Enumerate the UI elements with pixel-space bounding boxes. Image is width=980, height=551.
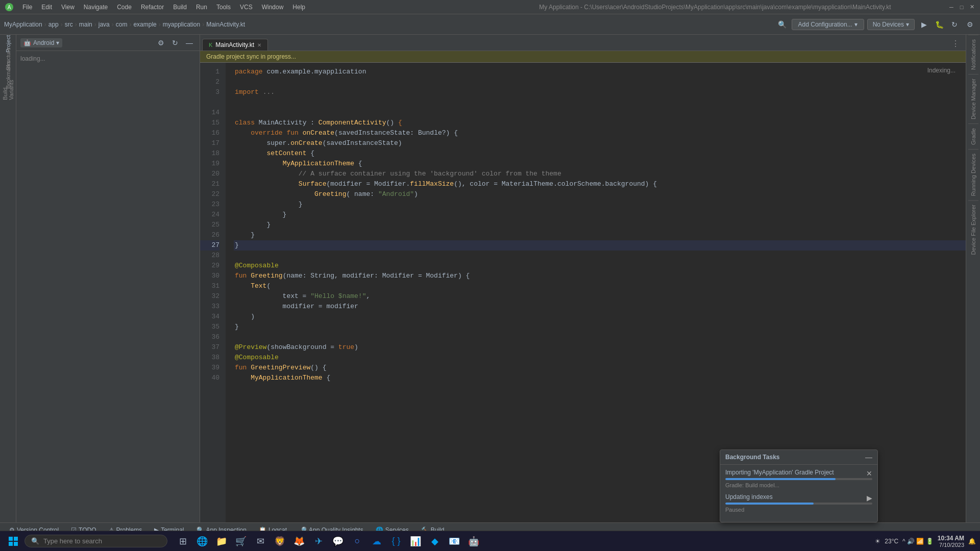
breadcrumb-app[interactable]: app	[48, 21, 59, 28]
right-tab-device-manager[interactable]: Device Manager	[968, 74, 978, 123]
project-loading-text: loading...	[20, 55, 45, 62]
no-devices-button[interactable]: No Devices ▾	[867, 19, 915, 30]
bg-tasks-minimize-button[interactable]: —	[865, 453, 872, 461]
right-tab-device-file-explorer[interactable]: Device File Explorer	[968, 200, 978, 259]
taskbar-task-view[interactable]: ⊞	[174, 532, 192, 550]
breadcrumb-src[interactable]: src	[65, 21, 73, 28]
bg-task-updating-indexes: Updating indexes ▶ Paused	[725, 493, 872, 513]
taskbar: 🔍 Type here to search ⊞ 🌐 📁 🛒 ✉ 🦁 🦊 ✈ 💬 …	[0, 531, 980, 551]
code-line-25: }	[234, 220, 966, 230]
taskbar-brave[interactable]: 🦁	[271, 532, 289, 550]
taskbar-mail[interactable]: ✉	[251, 532, 270, 550]
menu-window[interactable]: Window	[258, 3, 288, 12]
code-line-34: )	[234, 312, 966, 322]
taskbar-firefox[interactable]: 🦊	[290, 532, 308, 550]
breadcrumb-myapplication[interactable]: MyApplication	[4, 21, 42, 28]
taskbar-store[interactable]: 🛒	[232, 532, 250, 550]
menu-code[interactable]: Code	[113, 3, 136, 12]
taskbar-vscode[interactable]: { }	[387, 532, 405, 550]
breadcrumb-mainactivity[interactable]: MainActivity.kt	[206, 21, 245, 28]
svg-rect-3	[14, 537, 18, 541]
debug-button[interactable]: 🐛	[933, 18, 945, 31]
code-line-37: @Preview(showBackground = true)	[234, 342, 966, 353]
taskbar-search[interactable]: 🔍 Type here to search	[24, 535, 167, 547]
code-line-14	[234, 108, 966, 118]
android-selector[interactable]: 🤖 Android ▾	[20, 38, 62, 47]
add-configuration-button[interactable]: Add Configuration... ▾	[792, 19, 864, 30]
code-line-27: }	[234, 240, 966, 251]
taskbar-search-placeholder: Type here to search	[43, 537, 102, 545]
start-button[interactable]	[4, 532, 22, 550]
taskbar-onedrive[interactable]: ☁	[368, 532, 386, 550]
taskbar-android-studio[interactable]: 🤖	[464, 532, 483, 550]
code-line-15: class MainActivity : ComponentActivity()…	[234, 118, 966, 128]
bg-task2-status: Paused	[725, 507, 872, 513]
notifications-bell[interactable]: 🔔	[968, 538, 976, 545]
taskbar-explorer[interactable]: 📁	[212, 532, 231, 550]
code-line-31: Text(	[234, 281, 966, 291]
code-line-30: fun Greeting(name: String, modifier: Mod…	[234, 271, 966, 281]
project-panel-header: 🤖 Android ▾ ⚙ ↻ —	[16, 35, 200, 51]
breadcrumb-example[interactable]: example	[133, 21, 156, 28]
code-line-39: fun GreetingPreview() {	[234, 363, 966, 373]
menu-bar: A File Edit View Navigate Code Refactor …	[0, 0, 980, 14]
code-line-35: }	[234, 322, 966, 332]
search-everywhere-icon[interactable]: 🔍	[776, 18, 789, 31]
code-line-28	[234, 251, 966, 261]
breadcrumb-main[interactable]: main	[79, 21, 92, 28]
bg-task2-play-icon[interactable]: ▶	[867, 494, 872, 502]
tab-close-icon[interactable]: ✕	[257, 42, 261, 48]
panel-sync-icon[interactable]: ↻	[169, 37, 181, 49]
right-tab-gradle[interactable]: Gradle	[968, 123, 978, 149]
sidebar-build-variants-icon[interactable]: Build Variants	[1, 83, 15, 97]
editor-tab-mainactivity[interactable]: K MainActivity.kt ✕	[202, 39, 268, 51]
search-icon: 🔍	[31, 537, 39, 545]
menu-file[interactable]: File	[18, 3, 36, 12]
weather-icon: ☀	[875, 538, 880, 545]
sync-banner-text: Gradle project sync in progress...	[206, 53, 296, 60]
menu-refactor[interactable]: Refactor	[137, 3, 168, 12]
menu-build[interactable]: Build	[169, 3, 191, 12]
run-button[interactable]: ▶	[918, 18, 930, 31]
taskbar-app9[interactable]: ◆	[426, 532, 444, 550]
project-panel: 🤖 Android ▾ ⚙ ↻ — loading...	[16, 35, 200, 522]
menu-tools[interactable]: Tools	[212, 3, 235, 12]
taskbar-excel[interactable]: 📊	[406, 532, 425, 550]
code-line-16: override fun onCreate(savedInstanceState…	[234, 128, 966, 138]
panel-collapse-icon[interactable]: —	[183, 37, 195, 49]
right-sidebar: Notifications Device Manager Gradle Runn…	[966, 35, 980, 522]
breadcrumb-myapplication2[interactable]: myapplication	[163, 21, 200, 28]
menu-edit[interactable]: Edit	[37, 3, 56, 12]
code-line-23: }	[234, 199, 966, 210]
taskbar-whatsapp[interactable]: 💬	[329, 532, 347, 550]
minimize-button[interactable]: ─	[947, 3, 955, 11]
bg-task1-cancel-icon[interactable]: ✕	[866, 469, 872, 478]
code-line-24: }	[234, 210, 966, 220]
bg-task2-progress-bar	[725, 503, 872, 505]
line-numbers: 1 2 3 14 15 16 17 18 19 20 21 22 23 24 2…	[200, 63, 226, 522]
breadcrumb-com[interactable]: com	[116, 21, 128, 28]
panel-gear-icon[interactable]: ⚙	[155, 37, 167, 49]
maximize-button[interactable]: □	[958, 3, 966, 11]
menu-view[interactable]: View	[57, 3, 79, 12]
taskbar-outlook[interactable]: 📧	[445, 532, 463, 550]
close-button[interactable]: ✕	[968, 3, 976, 11]
settings-icon[interactable]: ⚙	[964, 18, 976, 31]
menu-navigate[interactable]: Navigate	[80, 3, 112, 12]
menu-vcs[interactable]: VCS	[236, 3, 257, 12]
taskbar-clock[interactable]: 10:34 AM 7/10/2023	[938, 535, 964, 548]
code-line-33: modifier = modifier	[234, 302, 966, 312]
more-tabs-icon[interactable]: ⋮	[947, 37, 964, 51]
right-tab-notifications[interactable]: Notifications	[968, 35, 978, 74]
right-tab-running-devices[interactable]: Running Devices	[968, 149, 978, 200]
code-line-18: setContent {	[234, 148, 966, 159]
sync-button[interactable]: ↻	[948, 18, 961, 31]
taskbar-edge[interactable]: 🌐	[193, 532, 211, 550]
menu-run[interactable]: Run	[192, 3, 211, 12]
code-line-36	[234, 332, 966, 342]
taskbar-chrome[interactable]: ○	[348, 532, 366, 550]
menu-help[interactable]: Help	[288, 3, 309, 12]
breadcrumb-java[interactable]: java	[99, 21, 110, 28]
taskbar-telegram[interactable]: ✈	[309, 532, 328, 550]
bg-task2-title: Updating indexes	[725, 493, 773, 500]
